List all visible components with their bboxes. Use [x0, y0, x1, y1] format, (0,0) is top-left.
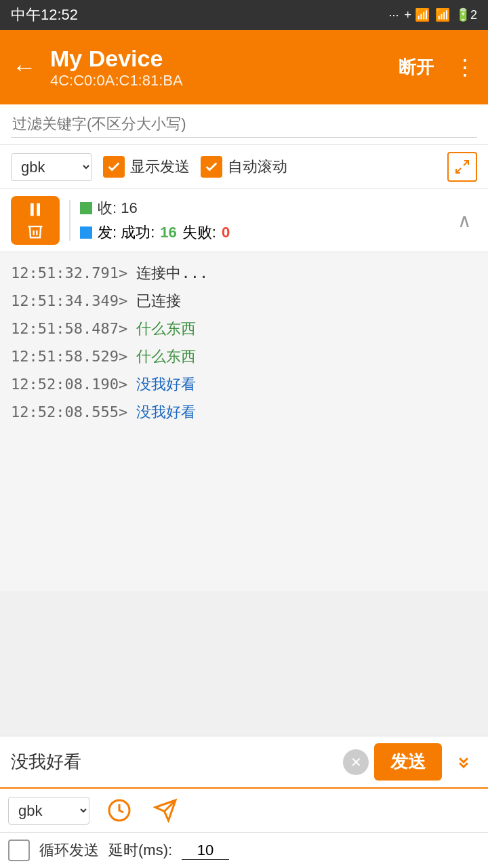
divider	[69, 200, 70, 241]
auto-scroll-group: 自动滚动	[201, 156, 287, 178]
filter-input[interactable]	[11, 111, 477, 138]
status-bar: 中午12:52 ··· + 📶 📶 🔋2	[0, 0, 488, 30]
battery-icon: 🔋2	[455, 7, 477, 22]
loop-checkbox[interactable]	[8, 840, 30, 861]
show-send-label: 显示发送	[130, 157, 190, 177]
bottom-tools: gbk utf-8 ascii	[0, 789, 488, 833]
controls-bar: gbk utf-8 ascii 显示发送 自动滚动	[0, 145, 488, 189]
log-message: 什么东西	[136, 348, 196, 365]
loop-label: 循环发送	[39, 840, 99, 861]
filter-bar	[0, 104, 488, 145]
log-message: 什么东西	[136, 320, 196, 337]
device-name: My Device	[50, 45, 382, 73]
stats-text: 收: 16 发: 成功: 16 失败: 0	[80, 198, 452, 243]
svg-line-0	[464, 161, 468, 165]
input-row: ✕ 发送	[0, 736, 488, 789]
show-send-checkbox[interactable]	[103, 156, 125, 178]
send-fail-count: 0	[222, 224, 230, 241]
bottom-area: ✕ 发送 gbk utf-8 ascii	[0, 736, 488, 868]
svg-rect-3	[37, 203, 40, 216]
log-line: 12:51:32.791> 连接中...	[11, 259, 477, 287]
log-timestamp: 12:52:08.190>	[11, 376, 136, 393]
pause-clear-button[interactable]	[11, 196, 60, 245]
send-button[interactable]: 发送	[374, 743, 442, 781]
show-send-group: 显示发送	[103, 156, 190, 178]
log-timestamp: 12:51:58.529>	[11, 348, 136, 365]
top-bar: ← My Device 4C:C0:0A:C1:81:BA 断开 ⋮	[0, 30, 488, 104]
log-message: 连接中...	[136, 264, 208, 281]
auto-scroll-checkbox[interactable]	[201, 156, 222, 178]
send-template-button[interactable]	[149, 794, 182, 827]
log-timestamp: 12:51:58.487>	[11, 320, 136, 337]
log-line: 12:52:08.555> 没我好看	[11, 398, 477, 426]
auto-scroll-label: 自动滚动	[228, 157, 287, 177]
send-dot	[80, 226, 92, 239]
recv-stats: 收: 16	[80, 198, 452, 218]
delay-label: 延时(ms):	[108, 840, 172, 861]
recv-label: 收: 16	[98, 198, 138, 218]
loop-row: 循环发送 延时(ms):	[0, 833, 488, 868]
log-line: 12:51:58.487> 什么东西	[11, 315, 477, 342]
log-area: 12:51:32.791> 连接中...12:51:34.349> 已连接12:…	[0, 252, 488, 591]
log-message: 没我好看	[136, 376, 196, 393]
svg-line-1	[456, 168, 461, 173]
more-menu-button[interactable]: ⋮	[450, 50, 480, 84]
log-line: 12:51:34.349> 已连接	[11, 287, 477, 315]
back-button[interactable]: ←	[8, 49, 41, 85]
message-input[interactable]	[8, 747, 338, 776]
signal-dots-icon: ···	[388, 8, 399, 22]
send-fail-prefix: 失败:	[182, 222, 216, 243]
clear-input-button[interactable]: ✕	[343, 749, 369, 775]
log-timestamp: 12:52:08.555>	[11, 403, 136, 420]
stats-bar: 收: 16 发: 成功: 16 失败: 0 ∧	[0, 189, 488, 252]
bluetooth-icon: + 📶	[404, 7, 430, 22]
log-timestamp: 12:51:34.349>	[11, 292, 136, 309]
send-stats: 发: 成功: 16 失败: 0	[80, 222, 452, 243]
encoding-select[interactable]: gbk utf-8 ascii	[11, 153, 92, 181]
log-timestamp: 12:51:32.791>	[11, 264, 136, 281]
device-mac: 4C:C0:0A:C1:81:BA	[50, 72, 382, 90]
log-message: 已连接	[136, 292, 181, 309]
send-prefix-label: 发: 成功:	[98, 222, 155, 243]
history-button[interactable]	[103, 794, 136, 827]
send-success-count: 16	[160, 224, 176, 241]
encoding-select-bottom[interactable]: gbk utf-8 ascii	[8, 797, 89, 825]
recv-dot	[80, 202, 92, 214]
top-bar-title: My Device 4C:C0:0A:C1:81:BA	[50, 45, 382, 90]
expand-button[interactable]	[447, 152, 477, 182]
collapse-button[interactable]: ∧	[452, 207, 477, 235]
delay-input[interactable]	[182, 842, 229, 860]
wifi-icon: 📶	[435, 7, 450, 22]
status-time: 中午12:52	[11, 5, 78, 25]
log-line: 12:52:08.190> 没我好看	[11, 370, 477, 398]
log-line: 12:51:58.529> 什么东西	[11, 342, 477, 370]
svg-rect-2	[30, 203, 34, 216]
expand-down-button[interactable]	[447, 746, 480, 778]
disconnect-button[interactable]: 断开	[392, 52, 441, 83]
status-icons: ··· + 📶 📶 🔋2	[388, 7, 477, 22]
log-message: 没我好看	[136, 403, 196, 420]
